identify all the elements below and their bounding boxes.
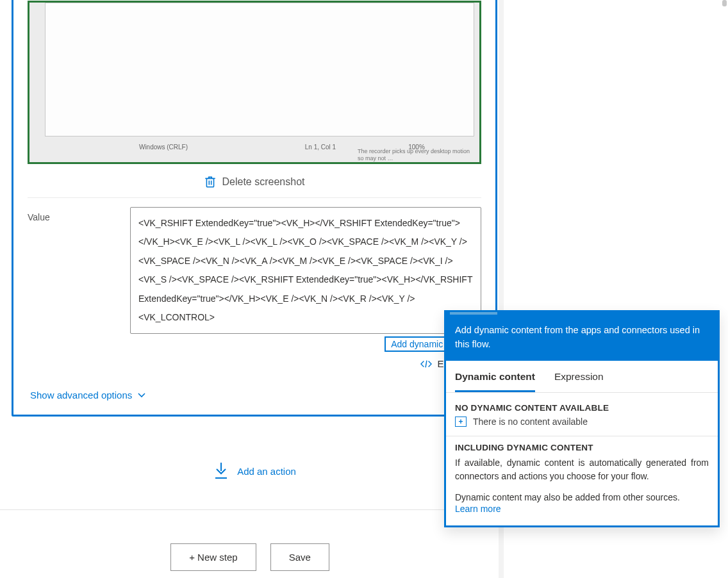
popout-separator xyxy=(446,436,718,436)
status-encoding: Windows (CRLF) xyxy=(45,144,282,151)
action-card: Windows (CRLF) Ln 1, Col 1 100% The reco… xyxy=(12,0,497,417)
edit-code-button[interactable]: Edit code xyxy=(28,352,481,379)
delete-screenshot-button[interactable]: Delete screenshot xyxy=(28,164,481,197)
show-advanced-options-link[interactable]: Show advanced options xyxy=(30,390,146,400)
learn-more-link[interactable]: Learn more xyxy=(455,504,501,514)
add-action-button[interactable]: Add an action xyxy=(12,461,497,481)
screenshot-footnote: The recorder picks up every desktop moti… xyxy=(358,148,473,162)
chevron-down-icon xyxy=(137,392,146,399)
no-dynamic-content-heading: NO DYNAMIC CONTENT AVAILABLE xyxy=(455,403,709,413)
trash-icon xyxy=(204,176,216,188)
dynamic-content-popout: Add dynamic content from the apps and co… xyxy=(444,310,720,527)
show-advanced-options-label: Show advanced options xyxy=(30,390,132,400)
no-dynamic-content-row: + There is no content available xyxy=(455,417,709,427)
screenshot-body xyxy=(45,3,474,136)
status-caret: Ln 1, Col 1 xyxy=(282,144,359,151)
other-sources-text: Dynamic content may also be added from o… xyxy=(455,492,709,502)
value-input[interactable]: <VK_RSHIFT ExtendedKey="true"><VK_H></VK… xyxy=(130,207,481,334)
value-field-label: Value xyxy=(28,207,130,222)
no-dynamic-content-text: There is no content available xyxy=(473,417,588,427)
scrollbar[interactable] xyxy=(720,0,728,578)
plus-icon: + xyxy=(455,417,467,427)
footer-divider xyxy=(0,509,500,510)
popout-accent xyxy=(446,312,718,317)
scrollbar-thumb[interactable] xyxy=(722,0,727,6)
popout-header-text: Add dynamic content from the apps and co… xyxy=(455,325,700,349)
including-dc-heading: INCLUDING DYNAMIC CONTENT xyxy=(455,443,709,452)
screenshot-preview[interactable]: Windows (CRLF) Ln 1, Col 1 100% The reco… xyxy=(28,1,481,164)
insert-step-icon xyxy=(213,461,229,481)
popout-header: Add dynamic content from the apps and co… xyxy=(446,317,718,361)
tab-dynamic-content[interactable]: Dynamic content xyxy=(455,371,535,392)
new-step-button[interactable]: + New step xyxy=(170,543,256,571)
tab-expression[interactable]: Expression xyxy=(554,371,604,392)
svg-rect-0 xyxy=(206,178,213,186)
add-action-label: Add an action xyxy=(237,466,296,477)
popout-tabs: Dynamic content Expression xyxy=(446,361,718,393)
save-button[interactable]: Save xyxy=(270,543,329,571)
delete-screenshot-label: Delete screenshot xyxy=(222,176,305,188)
value-text[interactable]: <VK_RSHIFT ExtendedKey="true"><VK_H></VK… xyxy=(138,214,473,327)
code-icon xyxy=(420,359,432,368)
including-dc-paragraph: If available, dynamic content is automat… xyxy=(455,456,709,483)
